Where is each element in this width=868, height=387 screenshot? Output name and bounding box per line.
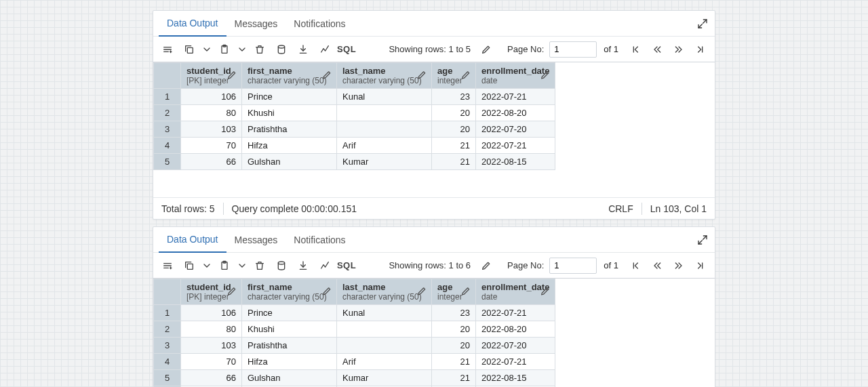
page-next-icon[interactable] xyxy=(669,40,689,59)
cell-enrollment_date[interactable]: 2022-07-20 xyxy=(476,121,555,138)
edit-column-icon[interactable] xyxy=(540,69,551,82)
tab-notifications[interactable]: Notifications xyxy=(285,11,353,36)
paste-icon[interactable] xyxy=(214,256,235,275)
select-all-corner[interactable] xyxy=(154,63,181,89)
tab-notifications[interactable]: Notifications xyxy=(285,227,353,252)
edit-column-icon[interactable] xyxy=(540,285,551,298)
expand-icon[interactable] xyxy=(696,17,709,30)
tab-data-output[interactable]: Data Output xyxy=(159,12,226,37)
cell-enrollment_date[interactable]: 2022-07-20 xyxy=(476,338,555,354)
cell-first_name[interactable]: Khushi xyxy=(242,105,337,121)
page-next-icon[interactable] xyxy=(669,256,689,275)
select-all-corner[interactable] xyxy=(154,279,181,305)
edit-column-icon[interactable] xyxy=(460,285,471,298)
cell-student_id[interactable]: 70 xyxy=(181,354,242,370)
cell-student_id[interactable]: 103 xyxy=(181,121,242,138)
cell-first_name[interactable]: Hifza xyxy=(242,138,337,154)
sql-icon[interactable]: SQL xyxy=(336,40,357,59)
cell-enrollment_date[interactable]: 2022-08-15 xyxy=(476,370,555,386)
cell-age[interactable]: 23 xyxy=(432,305,476,321)
cell-enrollment_date[interactable]: 2022-07-21 xyxy=(476,89,555,105)
col-header-first_name[interactable]: first_namecharacter varying (50) xyxy=(242,63,337,89)
col-header-enrollment_date[interactable]: enrollment_datedate xyxy=(476,63,555,89)
download-icon[interactable] xyxy=(293,256,313,275)
col-header-first_name[interactable]: first_namecharacter varying (50) xyxy=(242,279,337,305)
page-number-input[interactable] xyxy=(549,41,597,58)
cell-age[interactable]: 20 xyxy=(432,321,476,338)
row-number[interactable]: 1 xyxy=(154,89,181,105)
cell-student_id[interactable]: 80 xyxy=(181,105,242,121)
tab-data-output[interactable]: Data Output xyxy=(159,228,226,253)
cell-age[interactable]: 20 xyxy=(432,121,476,138)
save-data-icon[interactable] xyxy=(271,40,292,59)
cell-enrollment_date[interactable]: 2022-08-20 xyxy=(476,321,555,338)
paste-dropdown-icon[interactable] xyxy=(236,256,248,275)
row-number[interactable]: 2 xyxy=(154,105,181,121)
cell-student_id[interactable]: 106 xyxy=(181,305,242,321)
cell-first_name[interactable]: Gulshan xyxy=(242,154,337,170)
row-number[interactable]: 3 xyxy=(154,121,181,138)
edit-showing-icon[interactable] xyxy=(476,256,496,275)
cell-last_name[interactable]: Kumar xyxy=(337,154,432,170)
row-number[interactable]: 4 xyxy=(154,138,181,154)
col-header-last_name[interactable]: last_namecharacter varying (50) xyxy=(337,63,432,89)
row-number[interactable]: 3 xyxy=(154,338,181,354)
col-header-enrollment_date[interactable]: enrollment_datedate xyxy=(476,279,555,305)
cell-age[interactable]: 20 xyxy=(432,105,476,121)
col-header-age[interactable]: ageinteger xyxy=(432,63,476,89)
edit-column-icon[interactable] xyxy=(226,285,237,298)
cell-enrollment_date[interactable]: 2022-07-21 xyxy=(476,138,555,154)
row-number[interactable]: 2 xyxy=(154,321,181,338)
cell-enrollment_date[interactable]: 2022-07-21 xyxy=(476,354,555,370)
cell-first_name[interactable]: Gulshan xyxy=(242,370,337,386)
cell-last_name[interactable]: Kunal xyxy=(337,305,432,321)
expand-icon[interactable] xyxy=(696,233,709,247)
cell-last_name[interactable]: Kumar xyxy=(337,370,432,386)
edit-column-icon[interactable] xyxy=(416,285,427,298)
edit-column-icon[interactable] xyxy=(321,69,332,82)
save-data-icon[interactable] xyxy=(271,256,292,275)
cell-student_id[interactable]: 70 xyxy=(181,138,242,154)
edit-showing-icon[interactable] xyxy=(476,40,496,59)
row-number[interactable]: 5 xyxy=(154,370,181,386)
chart-icon[interactable] xyxy=(315,256,335,275)
row-number[interactable]: 4 xyxy=(154,354,181,370)
copy-dropdown-icon[interactable] xyxy=(201,40,213,59)
page-first-icon[interactable] xyxy=(625,40,646,59)
cell-last_name[interactable]: Kunal xyxy=(337,89,432,105)
cell-student_id[interactable]: 106 xyxy=(181,89,242,105)
col-header-last_name[interactable]: last_namecharacter varying (50) xyxy=(337,279,432,305)
copy-icon[interactable] xyxy=(179,256,199,275)
cell-enrollment_date[interactable]: 2022-08-20 xyxy=(476,105,555,121)
cell-age[interactable]: 21 xyxy=(432,354,476,370)
cell-first_name[interactable]: Pratishtha xyxy=(242,338,337,354)
edit-column-icon[interactable] xyxy=(226,69,237,82)
cell-last_name[interactable]: Arif xyxy=(337,354,432,370)
col-header-age[interactable]: ageinteger xyxy=(432,279,476,305)
cell-first_name[interactable]: Khushi xyxy=(242,321,337,338)
tab-messages[interactable]: Messages xyxy=(226,11,286,36)
edit-column-icon[interactable] xyxy=(416,69,427,82)
row-number[interactable]: 5 xyxy=(154,154,181,170)
results-table[interactable]: student_id[PK] integerfirst_namecharacte… xyxy=(153,279,555,387)
paste-icon[interactable] xyxy=(214,40,235,59)
cell-student_id[interactable]: 66 xyxy=(181,154,242,170)
cell-first_name[interactable]: Hifza xyxy=(242,354,337,370)
cell-age[interactable]: 21 xyxy=(432,154,476,170)
cell-last_name[interactable] xyxy=(337,321,432,338)
sql-icon[interactable]: SQL xyxy=(336,256,357,275)
edit-column-icon[interactable] xyxy=(321,285,332,298)
cell-age[interactable]: 21 xyxy=(432,138,476,154)
add-row-icon[interactable] xyxy=(157,40,178,59)
page-last-icon[interactable] xyxy=(690,40,711,59)
row-number[interactable]: 1 xyxy=(154,305,181,321)
cell-first_name[interactable]: Prince xyxy=(242,305,337,321)
download-icon[interactable] xyxy=(293,40,313,59)
cell-student_id[interactable]: 66 xyxy=(181,370,242,386)
page-last-icon[interactable] xyxy=(690,256,711,275)
col-header-student_id[interactable]: student_id[PK] integer xyxy=(181,63,242,89)
results-table[interactable]: student_id[PK] integerfirst_namecharacte… xyxy=(153,62,555,170)
cell-enrollment_date[interactable]: 2022-07-21 xyxy=(476,305,555,321)
cell-student_id[interactable]: 103 xyxy=(181,338,242,354)
cell-age[interactable]: 23 xyxy=(432,89,476,105)
